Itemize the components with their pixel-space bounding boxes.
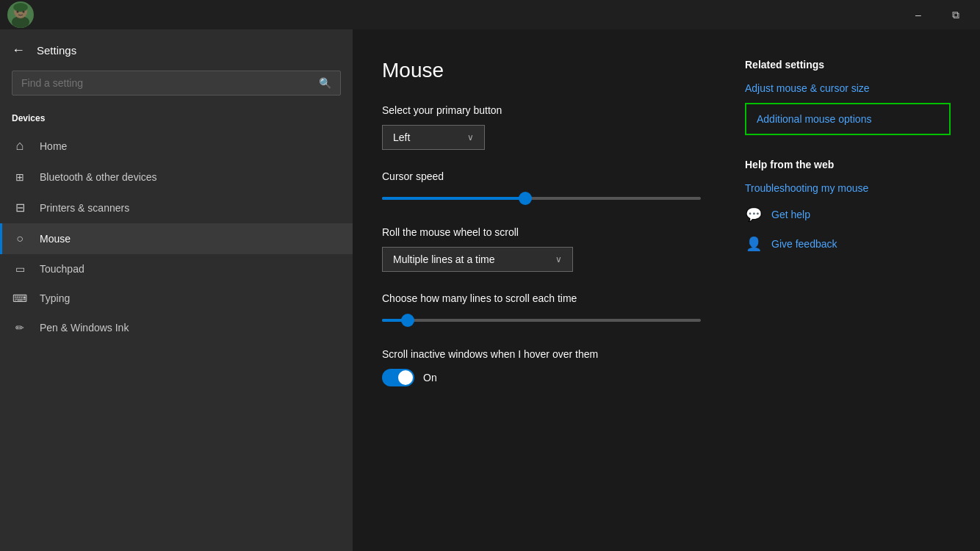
page-title: Mouse (382, 59, 701, 82)
scroll-inactive-toggle-row: On (382, 369, 701, 386)
scroll-inactive-label: Scroll inactive windows when I hover ove… (382, 348, 701, 360)
feedback-link[interactable]: Give feedback (771, 238, 837, 250)
cursor-speed-label: Cursor speed (382, 170, 701, 182)
get-help-link[interactable]: Get help (771, 209, 810, 220)
primary-button-label: Select your primary button (382, 104, 701, 116)
sidebar: ← Settings 🔍 Devices ⌂ Home ⊞ Bluetooth … (0, 29, 353, 551)
titlebar: – ⧉ (0, 0, 980, 29)
scroll-lines-slider[interactable] (382, 313, 701, 328)
toggle-state-label: On (423, 372, 437, 383)
sidebar-item-mouse[interactable]: ○ Mouse (0, 223, 353, 254)
bluetooth-icon: ⊞ (12, 171, 28, 183)
troubleshooting-item[interactable]: Troubleshooting my mouse (745, 182, 951, 194)
svg-point-4 (23, 11, 25, 13)
sidebar-header: ← Settings (0, 29, 353, 71)
main-content: Mouse Select your primary button Left ∨ … (382, 59, 701, 522)
sidebar-item-bluetooth-label: Bluetooth & other devices (40, 171, 157, 183)
additional-mouse-options-link[interactable]: Additional mouse options (745, 103, 951, 135)
svg-point-3 (17, 11, 19, 13)
mouse-icon: ○ (12, 232, 28, 245)
search-icon: 🔍 (319, 77, 331, 89)
scroll-setting-dropdown[interactable]: Multiple lines at a time ∨ (382, 247, 573, 272)
search-box[interactable]: 🔍 (12, 71, 341, 96)
sidebar-item-typing[interactable]: ⌨ Typing (0, 284, 353, 313)
touchpad-icon: ▭ (12, 263, 28, 275)
sidebar-item-printers-label: Printers & scanners (40, 202, 129, 214)
sidebar-item-touchpad-label: Touchpad (40, 263, 84, 275)
search-container: 🔍 (0, 71, 353, 107)
scroll-lines-group: Choose how many lines to scroll each tim… (382, 292, 701, 328)
scroll-setting-label: Roll the mouse wheel to scroll (382, 226, 701, 238)
feedback-item[interactable]: 👤 Give feedback (745, 235, 951, 253)
search-input[interactable] (21, 77, 313, 89)
titlebar-controls: – ⧉ (901, 4, 973, 26)
related-settings-title: Related settings (745, 59, 951, 71)
scroll-setting-arrow: ∨ (555, 254, 562, 264)
scroll-setting-group: Roll the mouse wheel to scroll Multiple … (382, 226, 701, 272)
cursor-speed-thumb[interactable] (519, 192, 532, 205)
sidebar-item-printers[interactable]: ⊟ Printers & scanners (0, 192, 353, 223)
cursor-speed-group: Cursor speed (382, 170, 701, 206)
toggle-knob (398, 370, 413, 385)
right-panel: Related settings Adjust mouse & cursor s… (745, 59, 951, 522)
printers-icon: ⊟ (12, 201, 28, 215)
home-icon: ⌂ (12, 138, 28, 154)
get-help-item[interactable]: 💬 Get help (745, 206, 951, 223)
sidebar-item-pen-label: Pen & Windows Ink (40, 322, 129, 334)
minimize-button[interactable]: – (901, 4, 935, 26)
primary-button-dropdown[interactable]: Left ∨ (382, 125, 485, 150)
primary-button-arrow: ∨ (467, 132, 474, 143)
avatar (7, 1, 34, 28)
scroll-setting-value: Multiple lines at a time (393, 253, 495, 265)
cursor-speed-slider[interactable] (382, 191, 701, 206)
typing-icon: ⌨ (12, 292, 28, 304)
sidebar-item-pen[interactable]: ✏ Pen & Windows Ink (0, 313, 353, 342)
cursor-speed-fill (382, 197, 525, 200)
svg-point-2 (13, 3, 28, 12)
help-section: Help from the web Troubleshooting my mou… (745, 159, 951, 253)
scroll-inactive-group: Scroll inactive windows when I hover ove… (382, 348, 701, 386)
back-button[interactable]: ← (12, 43, 25, 58)
primary-button-value: Left (393, 132, 410, 143)
help-title: Help from the web (745, 159, 951, 170)
sidebar-item-mouse-label: Mouse (40, 233, 71, 245)
restore-button[interactable]: ⧉ (939, 4, 973, 26)
pen-icon: ✏ (12, 322, 28, 334)
cursor-speed-track (382, 197, 701, 200)
scroll-lines-track (382, 319, 701, 322)
titlebar-left (7, 1, 34, 28)
sidebar-app-title: Settings (37, 44, 76, 57)
sidebar-item-home-label: Home (40, 140, 67, 152)
content-area: Mouse Select your primary button Left ∨ … (353, 29, 980, 551)
sidebar-item-bluetooth[interactable]: ⊞ Bluetooth & other devices (0, 162, 353, 192)
main-layout: ← Settings 🔍 Devices ⌂ Home ⊞ Bluetooth … (0, 29, 980, 551)
sidebar-section-label: Devices (0, 107, 353, 129)
scroll-lines-thumb[interactable] (401, 314, 414, 327)
scroll-inactive-toggle[interactable] (382, 369, 414, 386)
troubleshooting-link[interactable]: Troubleshooting my mouse (745, 182, 868, 194)
scroll-lines-label: Choose how many lines to scroll each tim… (382, 292, 701, 304)
primary-button-group: Select your primary button Left ∨ (382, 104, 701, 150)
sidebar-item-typing-label: Typing (40, 292, 70, 304)
sidebar-item-home[interactable]: ⌂ Home (0, 129, 353, 162)
feedback-icon: 👤 (745, 235, 763, 253)
sidebar-item-touchpad[interactable]: ▭ Touchpad (0, 254, 353, 284)
adjust-mouse-link[interactable]: Adjust mouse & cursor size (745, 82, 951, 94)
get-help-icon: 💬 (745, 206, 763, 223)
